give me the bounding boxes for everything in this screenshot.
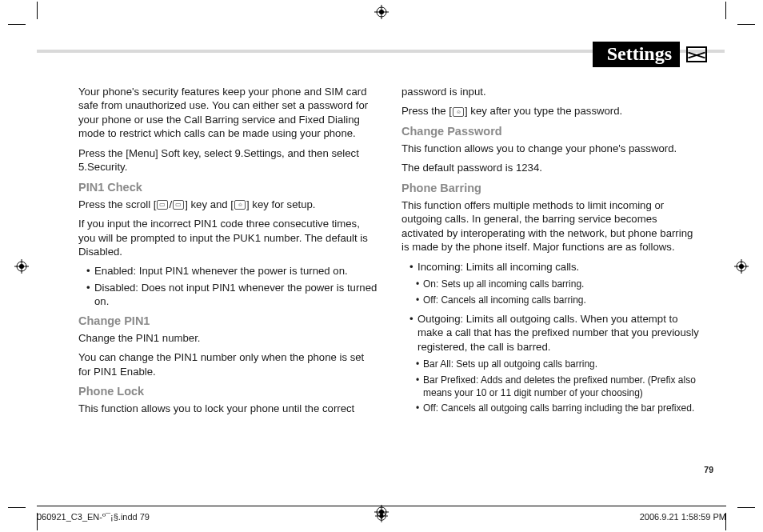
footer-filename: 060921_C3_EN-º¯¡§.indd 79 (37, 512, 150, 522)
body-text: This function allows you to change your … (401, 142, 701, 155)
envelope-icon (686, 46, 707, 62)
body-text: The default password is 1234. (401, 161, 701, 174)
list-item: Off: Cancels all incoming calls barring. (416, 294, 701, 307)
footer-timestamp: 2006.9.21 1:58:59 PM (640, 512, 726, 522)
ok-key-icon: ⌾ (453, 107, 464, 117)
section-heading-change-pin1: Change PIN1 (78, 314, 378, 329)
list-item: Outgoing: Limits all outgoing calls. Whe… (409, 312, 701, 354)
page-sheet: Settings Your phone's security features … (37, 24, 725, 500)
intro-paragraph: Press the [Menu] Soft key, select 9.Sett… (78, 146, 378, 174)
sub-bullet-list: Bar All: Sets up all outgoing calls barr… (401, 358, 701, 415)
bullet-list: Enabled: Input PIN1 whenever the power i… (78, 264, 378, 308)
crop-mark (8, 24, 26, 25)
crop-mark (8, 507, 26, 508)
body-columns: Your phone's security features keep your… (78, 85, 701, 474)
body-text: This function offers multiple methods to… (401, 198, 701, 254)
page-title: Settings (593, 42, 680, 67)
ok-key-icon: ⌾ (234, 200, 246, 210)
list-item: Incoming: Limits all incoming calls. (409, 260, 701, 274)
bullet-list: Incoming: Limits all incoming calls. (401, 260, 701, 274)
list-item: On: Sets up all incoming calls barring. (416, 278, 701, 291)
page-number: 79 (704, 465, 713, 474)
scroll-down-key-icon: ▭ (173, 200, 184, 210)
registration-mark-icon (14, 259, 29, 274)
text-fragment: ] key and [ (185, 198, 234, 210)
crop-mark (725, 2, 726, 19)
section-heading-phone-barring: Phone Barring (401, 181, 701, 196)
list-item: Off: Cancels all outgoing calls barring … (416, 402, 701, 415)
body-text: Press the scroll [▭/▭] key and [⌾] key f… (78, 198, 378, 211)
body-text: Change the PIN1 number. (78, 331, 378, 345)
crop-mark (737, 24, 755, 25)
crop-mark (737, 507, 755, 508)
text-fragment: ] key after you type the password. (465, 105, 622, 117)
sub-bullet-list: On: Sets up all incoming calls barring. … (401, 278, 701, 307)
body-text: This function allows you to lock your ph… (78, 402, 378, 415)
text-fragment: Press the scroll [ (78, 198, 156, 210)
crop-mark (37, 2, 38, 19)
header-title-wrap: Settings (593, 42, 707, 67)
registration-mark-icon (374, 5, 389, 19)
scroll-up-key-icon: ▭ (157, 200, 168, 210)
registration-mark-icon (375, 510, 388, 524)
section-heading-pin1-check: PIN1 Check (78, 180, 378, 195)
body-text: password is input. (401, 85, 701, 98)
intro-paragraph: Your phone's security features keep your… (78, 85, 378, 141)
footer-slug: 060921_C3_EN-º¯¡§.indd 79 2006.9.21 1:58… (37, 506, 726, 526)
list-item: Bar Preﬁxed: Adds and deletes the preﬁxe… (416, 374, 701, 400)
body-text: Press the [⌾] key after you type the pas… (401, 104, 701, 118)
text-fragment: Press the [ (401, 105, 452, 117)
text-fragment: ] key for setup. (246, 198, 316, 210)
list-item: Enabled: Input PIN1 whenever the power i… (86, 264, 378, 278)
body-text: You can change the PIN1 number only when… (78, 350, 378, 378)
registration-mark-icon (734, 259, 749, 274)
list-item: Bar All: Sets up all outgoing calls barr… (416, 358, 701, 371)
list-item: Disabled: Does not input PIN1 whenever t… (86, 281, 378, 309)
bullet-list: Outgoing: Limits all outgoing calls. Whe… (401, 312, 701, 354)
section-heading-phone-lock: Phone Lock (78, 384, 378, 399)
body-text: If you input the incorrect PIN1 code thr… (78, 217, 378, 258)
section-heading-change-password: Change Password (401, 124, 701, 139)
